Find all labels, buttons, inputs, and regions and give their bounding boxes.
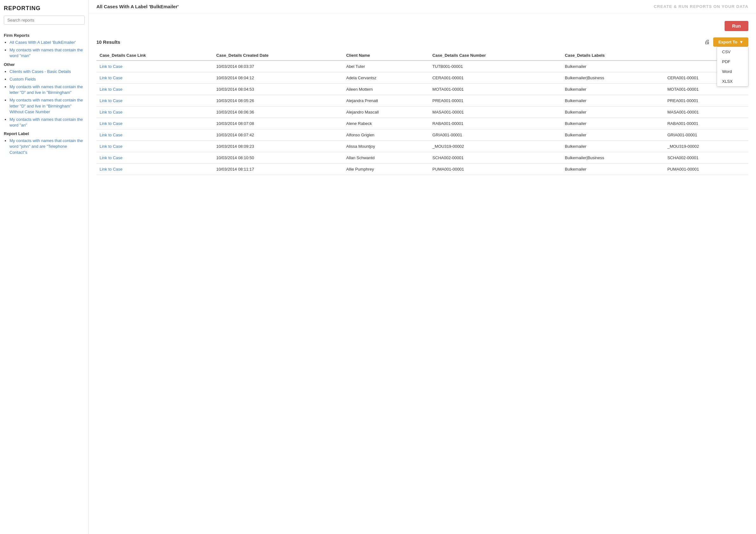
cell-client-name: Allie Pumphrey [343,164,429,175]
cell-case-link[interactable]: Link to Case [96,84,213,95]
list-item[interactable]: All Cases With A Label 'BulkEmailer' [10,40,85,45]
export-pdf[interactable]: PDF [717,57,748,67]
cell-created-date: 10/03/2014 08:07:42 [213,129,343,141]
case-link-9[interactable]: Link to Case [99,167,122,172]
other-report-link-1[interactable]: Clients with Cases - Basic Details [10,69,71,74]
cell-labels: Bulkemailer|Business [562,152,664,164]
cell-labels: Bulkemailer [562,107,664,118]
results-count: 10 Results [96,39,120,45]
cell-client-name: Adela Cervantsz [343,72,429,84]
case-link-4[interactable]: Link to Case [99,110,122,115]
list-item[interactable]: Clients with Cases - Basic Details [10,69,85,74]
cell-extra: RABA001-00001 [664,118,748,129]
run-btn-row: Run [96,20,748,31]
cell-case-number: _MOU319-00002 [429,141,562,152]
list-item[interactable]: My contacts with names that contain the … [10,138,85,155]
cell-case-link[interactable]: Link to Case [96,129,213,141]
cell-case-number: CERA001-00001 [429,72,562,84]
cell-case-link[interactable]: Link to Case [96,95,213,107]
report-label-list: My contacts with names that contain the … [4,138,85,155]
main-area: All Cases With A Label 'BulkEmailer' CRE… [89,0,756,534]
report-label-heading: Report Label [4,131,85,136]
export-dropdown-container: Export To ▼ CSV PDF Word XLSX [713,38,748,47]
case-link-8[interactable]: Link to Case [99,155,122,160]
app-title: REPORTING [4,5,85,12]
other-report-link-5[interactable]: My contacts with names that contain the … [10,117,83,127]
cell-case-link[interactable]: Link to Case [96,118,213,129]
page-subtitle: CREATE & RUN REPORTS ON YOUR DATA [654,4,748,9]
col-case-number: Case_Details Case Number [429,50,562,61]
results-table: Case_Details Case Link Case_Details Crea… [96,50,748,175]
cell-created-date: 10/03/2014 08:06:36 [213,107,343,118]
list-item[interactable]: My contacts with names that contain the … [10,97,85,115]
cell-labels: Bulkemailer [562,129,664,141]
table-row: Link to Case 10/03/2014 08:04:12 Adela C… [96,72,748,84]
case-link-5[interactable]: Link to Case [99,121,122,126]
cell-case-link[interactable]: Link to Case [96,61,213,72]
cell-case-link[interactable]: Link to Case [96,72,213,84]
cell-client-name: Alejandra Prenatt [343,95,429,107]
cell-case-link[interactable]: Link to Case [96,152,213,164]
cell-case-link[interactable]: Link to Case [96,164,213,175]
firm-reports-heading: Firm Reports [4,33,85,38]
export-label: Export To [718,40,737,44]
table-row: Link to Case 10/03/2014 08:07:08 Alene R… [96,118,748,129]
report-label-link-1[interactable]: My contacts with names that contain the … [10,138,83,154]
cell-case-number: TUTB001-00001 [429,61,562,72]
list-item[interactable]: Custom Fields [10,76,85,82]
case-link-7[interactable]: Link to Case [99,144,122,149]
export-word[interactable]: Word [717,67,748,76]
cell-case-link[interactable]: Link to Case [96,107,213,118]
results-actions: 🖨 Export To ▼ CSV PDF Word XLSX [704,38,748,47]
run-button[interactable]: Run [725,21,748,31]
case-link-6[interactable]: Link to Case [99,133,122,137]
cell-extra: PUMA001-00001 [664,164,748,175]
other-report-link-3[interactable]: My contacts with names that contain the … [10,84,83,95]
cell-case-number: MASA001-00001 [429,107,562,118]
cell-created-date: 10/03/2014 08:10:50 [213,152,343,164]
cell-extra: SCHA002-00001 [664,152,748,164]
firm-reports-list: All Cases With A Label 'BulkEmailer' My … [4,40,85,59]
cell-client-name: Alejandro Mascall [343,107,429,118]
case-link-1[interactable]: Link to Case [99,75,122,80]
export-csv[interactable]: CSV [717,47,748,57]
cell-client-name: Alfonso Griglen [343,129,429,141]
export-xlsx[interactable]: XLSX [717,76,748,86]
col-case-labels: Case_Details Labels [562,50,664,61]
cell-labels: Bulkemailer [562,61,664,72]
cell-client-name: Alene Rabeck [343,118,429,129]
export-button[interactable]: Export To ▼ [713,38,748,47]
cell-case-number: SCHA002-00001 [429,152,562,164]
top-bar: All Cases With A Label 'BulkEmailer' CRE… [89,0,756,13]
list-item[interactable]: My contacts with names that contain the … [10,84,85,95]
cell-created-date: 10/03/2014 08:03:37 [213,61,343,72]
list-item[interactable]: My contacts with names that contain the … [10,47,85,59]
other-heading: Other [4,62,85,67]
case-link-0[interactable]: Link to Case [99,64,122,69]
case-link-3[interactable]: Link to Case [99,98,122,103]
table-row: Link to Case 10/03/2014 08:03:37 Abel Tu… [96,61,748,72]
cell-labels: Bulkemailer [562,84,664,95]
table-row: Link to Case 10/03/2014 08:05:26 Alejand… [96,95,748,107]
cell-created-date: 10/03/2014 08:11:17 [213,164,343,175]
cell-client-name: Aileen Mottern [343,84,429,95]
cell-created-date: 10/03/2014 08:04:12 [213,72,343,84]
table-row: Link to Case 10/03/2014 08:07:42 Alfonso… [96,129,748,141]
cell-extra: PREA001-00001 [664,95,748,107]
other-report-link-4[interactable]: My contacts with names that contain the … [10,98,83,114]
table-row: Link to Case 10/03/2014 08:06:36 Alejand… [96,107,748,118]
cell-extra: MASA001-00001 [664,107,748,118]
table-row: Link to Case 10/03/2014 08:10:50 Allan S… [96,152,748,164]
case-link-2[interactable]: Link to Case [99,87,122,92]
cell-client-name: Allan Schwantd [343,152,429,164]
other-report-link-2[interactable]: Custom Fields [10,77,36,82]
cell-case-link[interactable]: Link to Case [96,141,213,152]
cell-extra: GRIA001-00001 [664,129,748,141]
print-icon[interactable]: 🖨 [704,39,710,45]
cell-extra: _MOU319-00002 [664,141,748,152]
list-item[interactable]: My contacts with names that contain the … [10,117,85,128]
firm-report-link-2[interactable]: My contacts with names that contain the … [10,47,83,58]
firm-report-link-1[interactable]: All Cases With A Label 'BulkEmailer' [10,40,76,45]
search-input[interactable] [4,15,85,25]
col-client-name: Client Name [343,50,429,61]
